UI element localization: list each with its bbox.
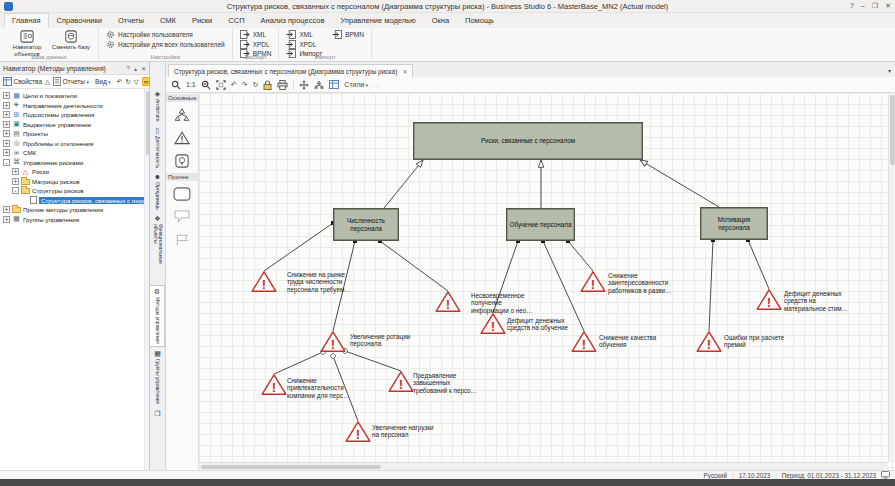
filter-icon[interactable]: ▽ xyxy=(134,78,139,86)
tree-item[interactable]: -Структуры рисков xyxy=(0,186,149,196)
minimize-button[interactable]: – xyxy=(861,2,865,10)
tree-item[interactable]: +△Риски xyxy=(0,167,149,177)
tab-management-groups[interactable]: ▦Группы управления xyxy=(150,348,165,406)
shape-callout[interactable] xyxy=(170,206,194,227)
risk-triangle[interactable]: ! xyxy=(480,312,506,339)
diagram-node[interactable]: Мотивация персонала xyxy=(700,207,768,240)
expander-icon[interactable]: + xyxy=(3,149,10,156)
lock-icon[interactable] xyxy=(263,80,272,90)
close-button[interactable]: ✕ xyxy=(141,65,146,72)
tree-item[interactable]: +∞СМК xyxy=(0,148,149,158)
zoom-100-button[interactable]: 1:1 xyxy=(186,81,196,88)
undo-icon[interactable]: ↶ xyxy=(231,81,237,89)
expander-icon[interactable]: + xyxy=(3,111,10,118)
scrollbar-thumb[interactable] xyxy=(146,91,150,155)
tree-item[interactable]: +Прочие методы управления xyxy=(0,205,149,215)
tree-item[interactable]: Структура рисков, связанных с персоналом xyxy=(0,196,149,206)
expander-icon[interactable]: + xyxy=(3,206,10,213)
tab-list-caret-icon[interactable]: ▾ xyxy=(888,67,891,74)
more-button[interactable]: … xyxy=(373,81,380,88)
diagram-node[interactable]: Обучение персонала xyxy=(506,208,575,241)
expander-icon[interactable]: - xyxy=(12,187,19,194)
tree-item[interactable]: +◎Проблемы и отклонения xyxy=(0,139,149,149)
risk-triangle[interactable]: ! xyxy=(696,330,722,357)
shape-risk[interactable] xyxy=(170,127,194,148)
horizontal-scrollbar[interactable] xyxy=(199,462,888,470)
risk-triangle[interactable]: ! xyxy=(320,330,346,357)
scrollbar-thumb[interactable] xyxy=(201,465,381,470)
import-bpmn-button[interactable]: BPMN xyxy=(332,31,364,39)
document-tab[interactable]: Структура рисков, связанных с персоналом… xyxy=(168,64,413,77)
risk-model-icon[interactable]: △ xyxy=(45,78,50,86)
tab-archimate[interactable]: ◈Archimate xyxy=(150,88,165,124)
risk-triangle[interactable]: ! xyxy=(580,270,606,297)
tab-Главная[interactable]: Главная xyxy=(4,13,49,28)
tab-orgunits[interactable]: ☻Оргединицы xyxy=(150,171,165,213)
close-button[interactable]: ✕ xyxy=(885,2,891,10)
tab-ССП[interactable]: ССП xyxy=(220,13,252,28)
move-icon[interactable] xyxy=(299,80,309,90)
zoom-icon[interactable] xyxy=(171,80,181,90)
view-button[interactable]: Вид▾ xyxy=(95,78,111,85)
styles-button[interactable]: Стили▾ xyxy=(344,81,368,88)
tree-item[interactable]: +✳Направления деятельности xyxy=(0,101,149,111)
expander-icon[interactable]: + xyxy=(12,168,19,175)
shape-rounded-rect[interactable] xyxy=(170,183,194,204)
tab-Справочники[interactable]: Справочники xyxy=(49,13,110,28)
risk-triangle[interactable]: ! xyxy=(756,288,782,315)
help-button[interactable]: ? xyxy=(127,65,130,72)
zoom-out-icon[interactable] xyxy=(201,80,211,90)
tab-management-methods[interactable]: ⚙Методы управления xyxy=(150,285,165,347)
expander-icon[interactable]: + xyxy=(3,130,10,137)
risk-triangle[interactable]: ! xyxy=(261,373,287,400)
shape-indicator[interactable] xyxy=(170,150,194,171)
risk-triangle[interactable]: ! xyxy=(571,330,597,357)
navigator-scrollbar[interactable] xyxy=(144,89,149,470)
tree-item[interactable]: +▦Цели и показатели xyxy=(0,91,149,101)
diagram-node[interactable]: Численность персонала xyxy=(333,208,399,241)
tree-item[interactable]: +▣Бюджетное управление xyxy=(0,120,149,130)
expander-icon[interactable]: + xyxy=(3,102,10,109)
risk-triangle[interactable]: ! xyxy=(345,420,371,447)
tree-item[interactable]: -⌘Управление рисками xyxy=(0,158,149,168)
close-tab-icon[interactable]: ✕ xyxy=(402,68,407,75)
tab-СМК[interactable]: СМК xyxy=(152,13,184,28)
diagram-canvas[interactable]: Риски, связанные с персоналомЧисленность… xyxy=(199,93,895,470)
shape-risk-structure[interactable] xyxy=(170,104,194,125)
scrollbar-thumb[interactable] xyxy=(890,95,895,165)
import-xml-button[interactable]: XML xyxy=(286,31,322,39)
refresh-icon[interactable]: ↻ xyxy=(252,81,258,89)
vertical-scrollbar[interactable] xyxy=(888,93,895,462)
reports-button[interactable]: Отчеты▾ xyxy=(53,77,89,86)
pin-button[interactable]: ▴ xyxy=(134,65,137,72)
user-settings-button[interactable]: Настройки пользователя xyxy=(106,31,225,39)
tab-Риски[interactable]: Риски xyxy=(184,13,220,28)
tab-Отчеты[interactable]: Отчеты xyxy=(110,13,152,28)
redo-icon[interactable]: ↷ xyxy=(242,81,248,89)
tree-item[interactable]: +Матрицы рисков xyxy=(0,177,149,187)
expander-icon[interactable]: + xyxy=(12,178,19,185)
expander-icon[interactable]: + xyxy=(3,121,10,128)
tree-item[interactable]: +⊞Подсистемы управления xyxy=(0,110,149,120)
back-icon[interactable]: ↶ xyxy=(117,78,122,86)
tree-item[interactable]: +▦Группы управления xyxy=(0,215,149,225)
risk-triangle[interactable]: ! xyxy=(388,370,414,397)
risk-triangle[interactable]: ! xyxy=(435,290,461,317)
tab-Управление моделью[interactable]: Управление моделью xyxy=(332,13,423,28)
hierarchy-icon[interactable] xyxy=(314,80,324,90)
tab-activity[interactable]: ▯Деятельность xyxy=(150,125,165,170)
expander-icon[interactable]: - xyxy=(3,159,10,166)
expander-icon[interactable]: + xyxy=(3,92,10,99)
tab-Анализ процессов[interactable]: Анализ процессов xyxy=(253,13,333,28)
import-xpdl-button[interactable]: XPDL xyxy=(286,41,322,49)
all-users-settings-button[interactable]: Настройки для всех пользователей xyxy=(106,41,225,49)
refresh-icon[interactable]: ↻ xyxy=(125,78,130,86)
print-icon[interactable] xyxy=(277,80,288,90)
fit-icon[interactable] xyxy=(216,80,226,90)
risk-triangle[interactable]: ! xyxy=(251,270,277,297)
diagram-node[interactable]: Риски, связанные с персоналом xyxy=(413,122,643,160)
export-xpdl-button[interactable]: XPDL xyxy=(240,41,272,49)
tree-item[interactable]: +▤Проекты xyxy=(0,129,149,139)
expander-icon[interactable]: + xyxy=(3,140,10,147)
expander-icon[interactable]: + xyxy=(3,216,10,223)
